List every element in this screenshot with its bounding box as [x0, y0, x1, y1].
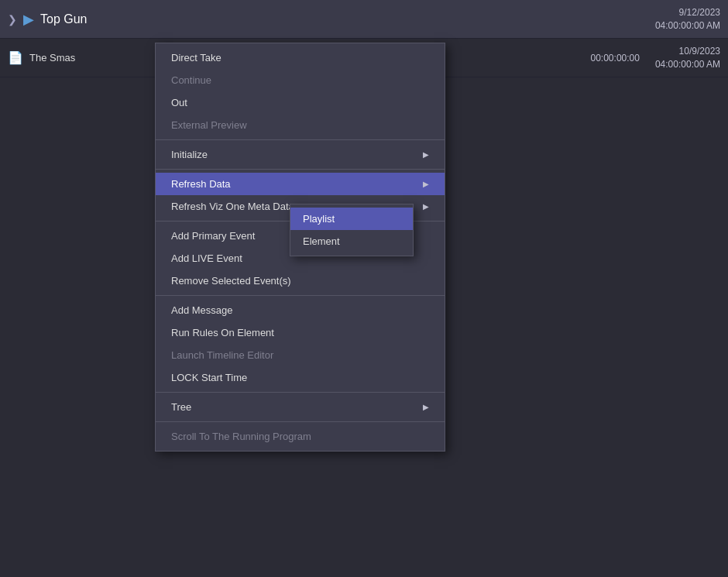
arrow-icon-3: ▶	[423, 202, 429, 211]
arrow-icon-4: ▶	[423, 403, 429, 411]
playlist-icon: ▶	[23, 11, 34, 28]
menu-item-tree[interactable]: Tree ▶	[156, 396, 445, 418]
separator-2	[156, 169, 445, 170]
menu-item-lock-start[interactable]: LOCK Start Time	[156, 366, 445, 389]
row-name: The Smas	[29, 52, 75, 64]
menu-item-scroll-running: Scroll To The Running Program	[156, 425, 445, 448]
header-datetime: 9/12/2023 04:00:00:00 AM	[655, 6, 720, 33]
menu-item-out[interactable]: Out	[156, 91, 445, 114]
header-date: 9/12/2023	[655, 6, 720, 19]
arrow-icon-2: ▶	[423, 180, 429, 188]
arrow-icon: ▶	[423, 150, 429, 159]
row-duration: 00:00:00:00	[591, 53, 640, 64]
menu-item-add-message[interactable]: Add Message	[156, 299, 445, 321]
row-icon: 📄	[8, 50, 23, 65]
submenu-item-element[interactable]: Element	[290, 230, 413, 252]
separator-5	[156, 392, 445, 393]
submenu-item-playlist[interactable]: Playlist	[290, 208, 413, 230]
content-area: 📄 The Smas 00:00:00:00 10/9/2023 04:00:0…	[0, 39, 728, 577]
header-time: 04:00:00:00 AM	[655, 19, 720, 33]
menu-item-refresh-data[interactable]: Refresh Data ▶	[156, 173, 445, 195]
separator-6	[156, 421, 445, 422]
menu-item-external-preview: External Preview	[156, 114, 445, 136]
header-title: Top Gun	[40, 12, 87, 26]
menu-item-launch-timeline: Launch Timeline Editor	[156, 344, 445, 366]
menu-item-run-rules[interactable]: Run Rules On Element	[156, 321, 445, 344]
row-date: 10/9/2023 04:00:00:00 AM	[655, 45, 720, 71]
menu-item-initialize[interactable]: Initialize ▶	[156, 143, 445, 166]
separator-4	[156, 295, 445, 296]
chevron-icon[interactable]: ❯	[8, 13, 17, 26]
menu-item-remove-event[interactable]: Remove Selected Event(s)	[156, 270, 445, 292]
menu-item-continue: Continue	[156, 69, 445, 91]
menu-item-direct-take[interactable]: Direct Take	[156, 46, 445, 69]
header-bar: ❯ ▶ Top Gun 9/12/2023 04:00:00:00 AM	[0, 0, 728, 39]
submenu: Playlist Element	[290, 204, 414, 256]
separator-1	[156, 139, 445, 140]
